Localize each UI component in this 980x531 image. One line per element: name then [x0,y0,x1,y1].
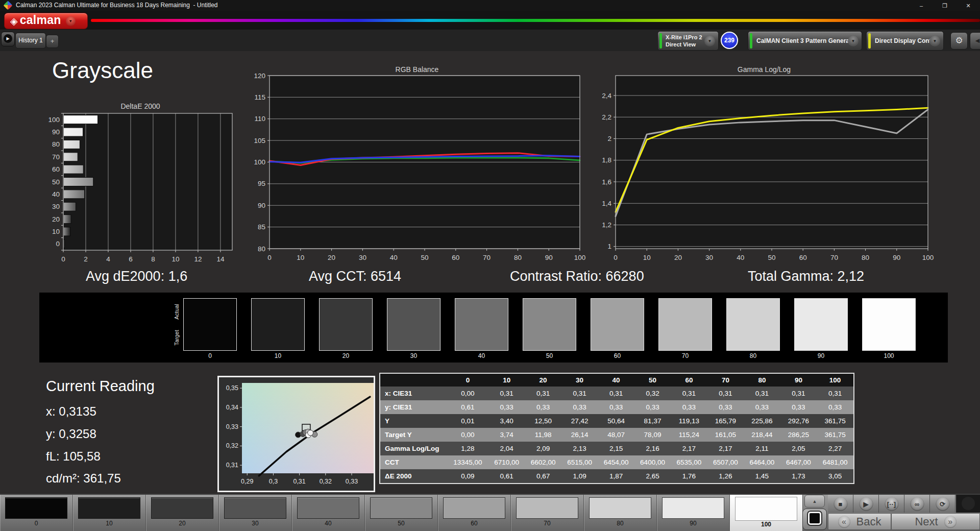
pattern-series-icon: [··] [885,497,898,511]
measurement-table: 0102030405060708090100x: CIE310,000,310,… [379,373,854,484]
svg-text:80: 80 [258,245,265,253]
chevron-up-icon[interactable]: ▲ [804,495,825,508]
back-button[interactable]: « Back [828,513,891,530]
svg-text:30: 30 [52,203,60,210]
svg-text:30: 30 [359,254,366,261]
close-icon[interactable]: ✕ [957,0,980,11]
svg-text:8: 8 [151,255,155,263]
svg-text:0: 0 [614,254,618,261]
reading-y: y: 0,3258 [46,427,96,441]
svg-text:0,3: 0,3 [269,478,278,485]
cie-chromaticity-chart: 0,290,30,310,320,330,310,320,330,340,35 [217,376,375,492]
svg-text:50: 50 [52,178,60,186]
deltae-bar-10 [64,227,70,236]
pattern-patch-button-70[interactable]: 70 [511,495,584,531]
svg-text:105: 105 [254,137,265,144]
grayscale-swatch-10: 10 [251,298,305,359]
minimize-icon[interactable]: – [910,0,933,11]
svg-text:110: 110 [254,115,265,123]
stop-icon: ■ [834,497,847,511]
pattern-generator-dropdown[interactable]: CalMAN Client 3 Pattern Generator ▼ [748,31,862,51]
pattern-status-bar [750,33,752,49]
grayscale-swatch-40: 40 [455,298,508,359]
svg-text:10: 10 [297,254,304,261]
stat-contrast-ratio: Contrast Ratio: 66280 [510,269,644,284]
meter-dropdown[interactable]: X-Rite i1Pro 2 Direct View ▼ [657,31,719,51]
repeat-button[interactable]: ⟳ [930,495,955,513]
svg-text:90: 90 [52,128,60,136]
svg-text:60: 60 [52,165,60,173]
table-col-40: 40 [598,373,634,387]
svg-text:1,4: 1,4 [602,200,611,207]
gear-icon[interactable]: ⚙ [950,32,968,50]
pattern-patch-button-50[interactable]: 50 [365,495,438,531]
pattern-patch-button-0[interactable]: 0 [0,495,73,531]
deltae-bar-0 [64,239,65,248]
maximize-icon[interactable]: ❐ [933,0,957,11]
svg-text:60: 60 [799,254,807,261]
pattern-patch-button-90[interactable]: 90 [657,495,730,531]
grayscale-swatch-30: 30 [387,298,440,359]
table-col-70: 70 [707,373,744,387]
svg-text:40: 40 [737,254,744,261]
meter-name: X-Rite i1Pro 2 [666,34,702,41]
tab-bar: ▶ History 1 + X-Rite i1Pro 2 Direct View… [0,30,980,51]
stat-avg-cct: Avg CCT: 6514 [309,269,401,284]
reading-fl: fL: 105,58 [46,449,101,464]
display-control-dropdown[interactable]: Direct Display Control ▼ [866,31,944,51]
pattern-patch-button-40[interactable]: 40 [292,495,365,531]
window-controls: – ❐ ✕ [910,0,980,11]
play-icon: ▶ [859,497,873,511]
chevron-down-icon: ▼ [704,36,715,46]
pattern-window-button[interactable] [802,509,827,530]
svg-text:20: 20 [328,254,335,261]
svg-text:0,34: 0,34 [226,404,238,411]
next-button[interactable]: Next » [891,513,980,530]
layout-panel-button[interactable]: ▶ [1,32,15,46]
stop-button[interactable]: ■ [828,495,853,513]
table-col-20: 20 [525,373,561,387]
continuous-button[interactable]: ∞ [904,495,930,513]
table-col-80: 80 [744,373,780,387]
svg-text:0,32: 0,32 [320,478,332,485]
svg-text:40: 40 [52,190,60,198]
pattern-patch-button-60[interactable]: 60 [438,495,511,531]
deltae-bar-50 [64,178,93,186]
table-col-10: 10 [488,373,525,387]
deltae-bar-60 [64,165,84,174]
calman-logo-text: calman [20,13,61,27]
calman-menu-button[interactable]: ◈ calman ▼ [4,13,88,29]
add-tab-button[interactable]: + [46,35,59,48]
pattern-patch-button-80[interactable]: 80 [584,495,657,531]
deltae-bar-100 [64,115,98,124]
deltae-bar-20 [64,215,71,224]
table-row: Gamma Log/Log1,282,042,092,132,152,162,1… [380,442,854,455]
pattern-patch-button-100[interactable]: 100 [730,495,803,531]
current-reading-title: Current Reading [46,378,155,395]
svg-text:0,31: 0,31 [226,462,238,469]
continuous-icon: ∞ [910,497,924,511]
grayscale-swatch-80: 80 [726,298,780,359]
chevron-right-icon: » [944,516,957,528]
svg-text:0,35: 0,35 [226,384,238,392]
pattern-patch-button-30[interactable]: 30 [219,495,292,531]
meter-reading-badge[interactable]: 239 [721,32,738,49]
svg-text:20: 20 [674,254,682,261]
pattern-series-button[interactable]: [··] [879,495,904,513]
chevron-down-icon: ▼ [929,36,940,46]
grayscale-swatch-90: 90 [794,298,848,359]
page-title: Grayscale [52,58,153,83]
grayscale-swatch-0: 0 [183,298,237,359]
svg-text:0: 0 [61,255,65,263]
svg-text:60: 60 [452,254,459,261]
deltae-bar-70 [64,153,78,161]
svg-text:2: 2 [84,255,88,263]
deltae-bar-80 [64,140,80,149]
tab-history-1[interactable]: History 1 [15,33,46,49]
pattern-patch-button-10[interactable]: 10 [73,495,146,531]
svg-text:10: 10 [643,254,651,261]
collapse-toolbar-button[interactable]: ◀ [970,32,980,50]
pattern-patch-button-20[interactable]: 20 [146,495,219,531]
play-button[interactable]: ▶ [853,495,879,513]
pattern-generator-label: CalMAN Client 3 Pattern Generator [756,32,857,50]
